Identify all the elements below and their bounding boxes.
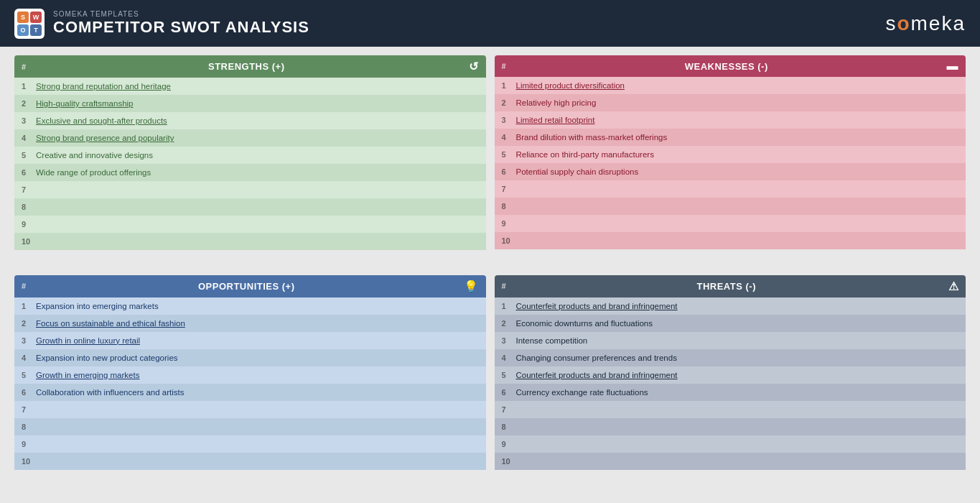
opportunities-rows: 1Expansion into emerging markets2Focus o… — [14, 297, 486, 470]
main-content: # STRENGTHS (+) ↺ 1Strong brand reputati… — [0, 47, 980, 494]
table-row: 9 — [495, 215, 966, 232]
row-text: Changing consumer preferences and trends — [516, 354, 959, 362]
row-number: 8 — [22, 203, 36, 211]
weaknesses-header: # WEAKNESSES (-) ▬ — [495, 55, 966, 77]
table-row: 10 — [14, 453, 486, 470]
row-number: 9 — [22, 220, 36, 229]
table-row: 2Focus on sustainable and ethical fashio… — [14, 315, 486, 332]
row-text: Exclusive and sought-after products — [36, 116, 479, 125]
app-name: SOMEKA TEMPLATES — [53, 10, 309, 18]
row-text: Limited product diversification — [516, 81, 959, 90]
row-number: 3 — [22, 116, 36, 125]
table-row: 4Changing consumer preferences and trend… — [495, 349, 966, 366]
table-row: 5Reliance on third-party manufacturers — [495, 146, 966, 163]
table-row: 6Wide range of product offerings — [14, 164, 486, 181]
table-row: 8 — [495, 198, 966, 215]
table-row: 6Potential supply chain disruptions — [495, 163, 966, 180]
row-number: 4 — [502, 354, 516, 362]
row-number: 4 — [22, 354, 36, 362]
row-number: 5 — [502, 371, 516, 379]
table-row: 5Creative and innovative designs — [14, 147, 486, 164]
row-text: Focus on sustainable and ethical fashion — [36, 319, 479, 328]
row-text: Creative and innovative designs — [36, 151, 479, 160]
row-text: Counterfeit products and brand infringem… — [516, 371, 959, 379]
row-number: 7 — [22, 405, 36, 414]
opportunities-title: OPPORTUNITIES (+) — [36, 281, 457, 292]
row-text: Growth in emerging markets — [36, 371, 479, 379]
table-row: 8 — [495, 418, 966, 435]
row-number: 2 — [502, 98, 516, 107]
row-number: 1 — [502, 302, 516, 310]
table-row: 10 — [14, 233, 486, 250]
table-row: 9 — [495, 435, 966, 453]
strengths-hash: # — [22, 63, 36, 71]
table-row: 4Expansion into new product categories — [14, 349, 486, 366]
opportunities-hash: # — [22, 282, 36, 290]
row-number: 6 — [22, 388, 36, 397]
row-number: 6 — [502, 388, 516, 397]
table-row: 5Growth in emerging markets — [14, 366, 486, 384]
row-number: 4 — [502, 133, 516, 142]
threats-icon: ⚠ — [937, 280, 958, 293]
row-number: 3 — [22, 336, 36, 345]
weaknesses-rows: 1Limited product diversification2Relativ… — [495, 77, 966, 249]
table-row: 3Intense competition — [495, 332, 966, 349]
threats-title: THREATS (-) — [516, 281, 938, 292]
table-row: 7 — [14, 181, 486, 198]
table-row: 8 — [14, 418, 486, 435]
table-row: 7 — [495, 401, 966, 418]
app-header: S W O T SOMEKA TEMPLATES COMPETITOR SWOT… — [0, 0, 980, 47]
threats-quadrant: # THREATS (-) ⚠ 1Counterfeit products an… — [495, 275, 966, 486]
table-row: 3Limited retail footprint — [495, 111, 966, 129]
opportunities-icon: 💡 — [457, 280, 479, 293]
row-text: Collaboration with influencers and artis… — [36, 388, 479, 397]
weaknesses-icon: ▬ — [937, 60, 958, 73]
table-row: 6Collaboration with influencers and arti… — [14, 384, 486, 401]
table-row: 2Economic downturns and fluctuations — [495, 315, 966, 332]
table-row: 9 — [14, 435, 486, 453]
row-text: Reliance on third-party manufacturers — [516, 150, 959, 159]
row-text: Expansion into emerging markets — [36, 302, 479, 310]
row-number: 6 — [22, 168, 36, 177]
logo-w: W — [30, 11, 42, 23]
table-row: 3Growth in online luxury retail — [14, 332, 486, 349]
table-row: 2High-quality craftsmanship — [14, 95, 486, 112]
row-number: 10 — [502, 457, 516, 466]
header-left: S W O T SOMEKA TEMPLATES COMPETITOR SWOT… — [14, 9, 309, 39]
table-row: 3Exclusive and sought-after products — [14, 112, 486, 129]
strengths-header: # STRENGTHS (+) ↺ — [14, 55, 486, 78]
opportunities-quadrant: # OPPORTUNITIES (+) 💡 1Expansion into em… — [14, 275, 486, 486]
weaknesses-quadrant: # WEAKNESSES (-) ▬ 1Limited product dive… — [495, 55, 966, 267]
page-title: COMPETITOR SWOT ANALYSIS — [53, 18, 309, 37]
row-text: Intense competition — [516, 336, 959, 345]
logo-t: T — [30, 24, 42, 36]
row-number: 9 — [502, 219, 516, 228]
strengths-rows: 1Strong brand reputation and heritage2Hi… — [14, 78, 486, 250]
table-row: 2Relatively high pricing — [495, 94, 966, 111]
row-number: 1 — [22, 82, 36, 91]
row-number: 8 — [502, 202, 516, 211]
weaknesses-hash: # — [502, 62, 516, 70]
row-text: Currency exchange rate fluctuations — [516, 388, 959, 397]
table-row: 5Counterfeit products and brand infringe… — [495, 366, 966, 384]
row-number: 3 — [502, 336, 516, 345]
table-row: 4Brand dilution with mass-market offerin… — [495, 129, 966, 146]
row-number: 9 — [502, 440, 516, 448]
strengths-icon: ↺ — [457, 60, 479, 73]
row-number: 7 — [502, 185, 516, 193]
table-row: 1Limited product diversification — [495, 77, 966, 94]
row-number: 5 — [22, 371, 36, 379]
row-text: Strong brand reputation and heritage — [36, 82, 479, 91]
row-text: High-quality craftsmanship — [36, 99, 479, 108]
table-row: 1Expansion into emerging markets — [14, 297, 486, 315]
row-number: 2 — [502, 319, 516, 328]
row-text: Potential supply chain disruptions — [516, 167, 959, 176]
row-number: 10 — [22, 457, 36, 466]
row-text: Growth in online luxury retail — [36, 336, 479, 345]
row-number: 5 — [502, 150, 516, 159]
table-row: 1Strong brand reputation and heritage — [14, 78, 486, 95]
opportunities-header: # OPPORTUNITIES (+) 💡 — [14, 275, 486, 297]
row-number: 8 — [502, 423, 516, 431]
row-number: 9 — [22, 440, 36, 448]
table-row: 4Strong brand presence and popularity — [14, 129, 486, 147]
